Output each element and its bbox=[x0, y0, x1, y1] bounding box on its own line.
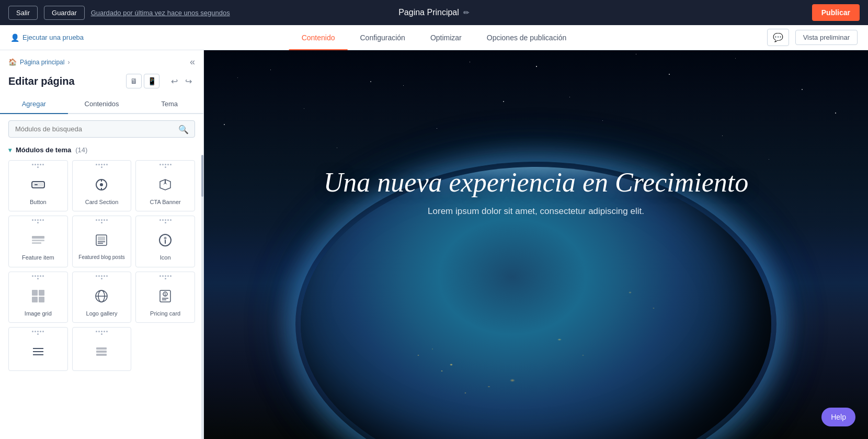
undo-redo: ↩ ↪ bbox=[168, 74, 195, 88]
modules-count: (14) bbox=[75, 146, 87, 154]
tab-agregar[interactable]: Agregar bbox=[0, 95, 68, 114]
canvas-text: Una nueva experiencia en Crecimiento Lor… bbox=[324, 167, 748, 217]
nav-tabs: Contenido Configuración Optimizar Opcion… bbox=[289, 25, 579, 51]
star bbox=[503, 101, 504, 102]
nav-right: 💬 Vista preliminar bbox=[767, 29, 858, 46]
svg-point-15 bbox=[164, 237, 167, 240]
collapse-button[interactable]: « bbox=[190, 57, 195, 67]
canvas-subtext: Lorem ipsum dolor sit amet, consectetur … bbox=[324, 206, 748, 217]
more2-icon bbox=[94, 342, 109, 361]
tab-opciones[interactable]: Opciones de publicación bbox=[474, 26, 579, 51]
star bbox=[636, 54, 636, 54]
module-feature-item[interactable]: Feature item bbox=[8, 216, 68, 267]
star bbox=[735, 58, 736, 59]
svg-rect-19 bbox=[32, 297, 38, 302]
star bbox=[769, 159, 769, 160]
star bbox=[602, 120, 603, 121]
person-icon: 👤 bbox=[10, 33, 19, 42]
second-nav: 👤 Ejecutar una prueba Contenido Configur… bbox=[0, 25, 868, 50]
breadcrumb-home[interactable]: Página principal bbox=[20, 59, 64, 66]
star bbox=[370, 81, 371, 82]
svg-text:$: $ bbox=[164, 292, 166, 296]
undo-button[interactable]: ↩ bbox=[168, 74, 181, 88]
star bbox=[569, 97, 570, 97]
tab-optimizar[interactable]: Optimizar bbox=[418, 26, 474, 51]
image-grid-icon bbox=[31, 287, 45, 306]
tab-contenidos[interactable]: Contenidos bbox=[68, 95, 136, 114]
scroll-bar bbox=[201, 155, 203, 439]
star bbox=[224, 124, 225, 125]
module-cta-banner[interactable]: CTA Banner bbox=[135, 160, 195, 211]
star bbox=[470, 62, 470, 62]
scroll-thumb[interactable] bbox=[201, 155, 203, 197]
mobile-view-button[interactable]: 📱 bbox=[144, 74, 159, 88]
svg-rect-9 bbox=[32, 242, 41, 244]
module-button[interactable]: Button bbox=[8, 160, 68, 211]
canvas-headline: Una nueva experiencia en Crecimiento bbox=[324, 167, 748, 198]
svg-rect-32 bbox=[96, 347, 107, 350]
tab-contenido[interactable]: Contenido bbox=[289, 26, 348, 51]
module-logo-gallery[interactable]: Logo gallery bbox=[72, 272, 132, 323]
modules-label: Módulos de tema bbox=[16, 146, 71, 154]
cta-banner-label: CTA Banner bbox=[150, 198, 181, 206]
saved-text: Guardado por última vez hace unos segund… bbox=[91, 9, 230, 17]
edit-icon[interactable]: ✏ bbox=[463, 8, 470, 17]
card-section-icon bbox=[94, 175, 109, 194]
module-card-section[interactable]: Card Section bbox=[72, 160, 132, 211]
search-input[interactable] bbox=[8, 120, 195, 138]
tab-configuracion[interactable]: Configuración bbox=[347, 26, 417, 51]
svg-rect-11 bbox=[98, 237, 105, 241]
module-more1[interactable] bbox=[8, 327, 68, 371]
preview-button[interactable]: Vista preliminar bbox=[795, 30, 858, 45]
svg-rect-7 bbox=[32, 236, 44, 239]
run-test-label: Ejecutar una prueba bbox=[22, 33, 84, 41]
comment-button[interactable]: 💬 bbox=[767, 29, 789, 46]
home-icon: 🏠 bbox=[8, 58, 17, 66]
star bbox=[304, 108, 304, 109]
star bbox=[337, 148, 337, 148]
expand-icon[interactable]: ▾ bbox=[8, 147, 12, 154]
publicar-button[interactable]: Publicar bbox=[812, 4, 860, 21]
logo-gallery-icon bbox=[94, 287, 109, 306]
star bbox=[437, 128, 437, 129]
run-test[interactable]: 👤 Ejecutar una prueba bbox=[10, 33, 84, 42]
page-title-bar: Pagina Principal ✏ bbox=[398, 8, 470, 17]
icon-module-label: Icon bbox=[160, 254, 171, 261]
guardar-button[interactable]: Guardar bbox=[44, 6, 85, 20]
tab-tema[interactable]: Tema bbox=[135, 95, 203, 114]
view-icons: 🖥 📱 bbox=[126, 74, 159, 88]
svg-rect-8 bbox=[32, 240, 44, 241]
svg-rect-34 bbox=[96, 354, 107, 356]
help-button[interactable]: Help bbox=[821, 408, 855, 426]
star bbox=[802, 89, 803, 90]
module-image-grid[interactable]: Image grid bbox=[8, 272, 68, 323]
image-grid-label: Image grid bbox=[25, 310, 52, 317]
featured-blog-label: Featured blog posts bbox=[78, 254, 124, 261]
feature-item-label: Feature item bbox=[22, 254, 54, 261]
star bbox=[669, 74, 670, 75]
more1-icon bbox=[31, 342, 45, 361]
canvas-area: .star-1{width:1px;height:1px;top:5%;left… bbox=[204, 50, 868, 439]
star bbox=[536, 66, 537, 67]
svg-rect-20 bbox=[39, 297, 44, 302]
modules-header: ▾ Módulos de tema (14) bbox=[8, 146, 195, 154]
main-layout: 🏠 Página principal › « Editar página 🖥 📱… bbox=[0, 50, 868, 439]
module-featured-blog[interactable]: Featured blog posts bbox=[72, 216, 132, 267]
modules-section: ▾ Módulos de tema (14) Button bbox=[0, 144, 203, 439]
module-icon[interactable]: Icon bbox=[135, 216, 195, 267]
desktop-view-button[interactable]: 🖥 bbox=[126, 74, 142, 88]
pricing-card-icon: $ bbox=[158, 287, 173, 306]
panel-tabs: Agregar Contenidos Tema bbox=[0, 95, 203, 114]
cta-banner-icon bbox=[158, 175, 173, 194]
redo-button[interactable]: ↪ bbox=[182, 74, 195, 88]
card-section-label: Card Section bbox=[85, 198, 119, 206]
logo-gallery-label: Logo gallery bbox=[86, 310, 118, 317]
left-panel: 🏠 Página principal › « Editar página 🖥 📱… bbox=[0, 50, 204, 439]
module-more2[interactable] bbox=[72, 327, 132, 371]
icon-module-icon bbox=[158, 231, 173, 250]
salir-button[interactable]: Salir bbox=[8, 6, 38, 20]
modules-grid: Button Card Section CTA Banner bbox=[8, 160, 195, 371]
search-icon: 🔍 bbox=[178, 124, 189, 134]
module-pricing-card[interactable]: $ Pricing card bbox=[135, 272, 195, 323]
featured-blog-icon bbox=[94, 231, 109, 250]
